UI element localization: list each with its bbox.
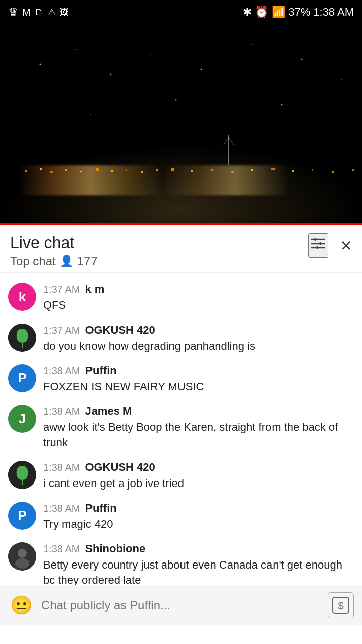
- chat-title: Live chat: [10, 233, 352, 252]
- svg-rect-26: [272, 168, 275, 170]
- avatar: k: [8, 283, 36, 311]
- message-username: Shinobione: [85, 542, 145, 555]
- svg-point-50: [15, 558, 29, 569]
- chat-controls: ✕: [308, 233, 352, 258]
- svg-point-0: [40, 64, 41, 65]
- emoji-button[interactable]: 😐: [8, 592, 34, 618]
- night-sky: [0, 24, 362, 225]
- chat-panel: Live chat Top chat 👤 177 ✕ k: [0, 225, 362, 625]
- svg-rect-15: [80, 171, 82, 172]
- top-chat-label: Top chat: [10, 254, 56, 268]
- svg-point-7: [341, 79, 342, 80]
- video-area[interactable]: [0, 24, 362, 225]
- person-icon: 👤: [60, 255, 73, 268]
- chat-message: k 1:37 AM k m QFS: [0, 278, 362, 318]
- message-username: k m: [85, 283, 104, 296]
- message-body: 1:38 AM James M aww look it's Betty Boop…: [43, 405, 354, 451]
- dollar-icon: $: [332, 596, 350, 614]
- avatar: [8, 324, 36, 352]
- message-meta: 1:38 AM Puffin: [43, 364, 354, 377]
- leaf-avatar: [8, 324, 36, 352]
- message-body: 1:38 AM OGKUSH 420 i cant even get a job…: [43, 461, 354, 492]
- message-time: 1:38 AM: [43, 365, 80, 377]
- message-body: 1:38 AM Shinobione Betty every country j…: [43, 542, 354, 585]
- svg-rect-21: [171, 168, 174, 171]
- message-time: 1:37 AM: [43, 325, 80, 336]
- crown-icon: ♛: [8, 6, 18, 19]
- message-username: Puffin: [85, 502, 116, 515]
- svg-rect-16: [96, 168, 99, 171]
- adjust-icon[interactable]: [308, 233, 328, 258]
- message-text: QFS: [43, 298, 354, 313]
- svg-rect-23: [211, 169, 213, 171]
- emoji-icon: 😐: [10, 595, 33, 616]
- svg-point-49: [18, 549, 27, 558]
- avatar: P: [8, 364, 36, 392]
- chat-messages: k 1:37 AM k m QFS: [0, 273, 362, 585]
- super-chat-button[interactable]: $: [328, 592, 354, 618]
- message-time: 1:38 AM: [43, 462, 80, 473]
- svg-rect-11: [25, 170, 27, 172]
- message-username: Puffin: [85, 364, 116, 377]
- chat-input-bar: 😐 $: [0, 585, 362, 625]
- message-meta: 1:37 AM OGKUSH 420: [43, 324, 354, 337]
- svg-point-3: [150, 54, 151, 55]
- time-display: 1:38 AM: [313, 6, 354, 19]
- leaf-avatar: [8, 461, 36, 489]
- svg-point-9: [90, 114, 91, 115]
- viewer-count: 177: [77, 254, 98, 268]
- chat-message: 1:38 AM OGKUSH 420 i cant even get a job…: [0, 456, 362, 497]
- message-time: 1:37 AM: [43, 284, 80, 295]
- svg-line-32: [224, 137, 229, 145]
- chat-header: Live chat Top chat 👤 177 ✕: [0, 225, 362, 273]
- message-meta: 1:38 AM Puffin: [43, 502, 354, 515]
- svg-text:$: $: [338, 600, 343, 611]
- svg-point-10: [281, 104, 283, 106]
- close-icon[interactable]: ✕: [340, 237, 352, 254]
- chat-sub: Top chat 👤 177: [10, 254, 352, 268]
- svg-rect-29: [332, 171, 334, 173]
- avatar: [8, 461, 36, 489]
- message-username: OGKUSH 420: [85, 461, 155, 474]
- message-username: James M: [85, 405, 132, 418]
- m-icon: M: [22, 7, 31, 18]
- status-left: ♛ M 🗋 ⚠ 🖼: [8, 6, 69, 19]
- svg-rect-20: [156, 169, 158, 171]
- svg-point-8: [175, 99, 177, 101]
- message-body: 1:37 AM OGKUSH 420 do you know how degra…: [43, 324, 354, 354]
- chat-input[interactable]: [41, 598, 321, 612]
- avatar: J: [8, 405, 36, 433]
- message-body: 1:37 AM k m QFS: [43, 283, 354, 313]
- message-text: do you know how degrading panhandling is: [43, 339, 354, 354]
- warning-icon: ⚠: [48, 7, 56, 18]
- message-meta: 1:37 AM k m: [43, 283, 354, 296]
- chat-message: J 1:38 AM James M aww look it's Betty Bo…: [0, 399, 362, 456]
- svg-rect-19: [141, 171, 143, 173]
- svg-rect-30: [352, 169, 354, 171]
- svg-point-4: [201, 69, 202, 70]
- chat-message: P 1:38 AM Puffin FOXZEN IS NEW FAIRY MUS…: [0, 359, 362, 400]
- svg-rect-12: [40, 168, 42, 170]
- avatar: [8, 542, 36, 571]
- message-text: i cant even get a job ive tried: [43, 476, 354, 492]
- svg-point-1: [75, 49, 76, 50]
- status-bar: ♛ M 🗋 ⚠ 🖼 ✱ ⏰ 📶 37% 1:38 AM: [0, 0, 362, 24]
- chat-message: 1:37 AM OGKUSH 420 do you know how degra…: [0, 318, 362, 359]
- shinobione-avatar: [8, 542, 36, 571]
- message-text: Betty every country just about even Cana…: [43, 557, 354, 585]
- svg-point-6: [301, 59, 303, 60]
- message-time: 1:38 AM: [43, 406, 80, 417]
- svg-rect-27: [292, 170, 294, 172]
- svg-rect-18: [126, 169, 127, 171]
- message-meta: 1:38 AM Shinobione: [43, 542, 354, 555]
- clock-icon: ⏰: [255, 6, 268, 19]
- battery-text: 37%: [288, 6, 310, 19]
- message-body: 1:38 AM Puffin FOXZEN IS NEW FAIRY MUSIC: [43, 364, 354, 395]
- svg-rect-22: [191, 170, 193, 172]
- message-body: 1:38 AM Puffin Try magic 420: [43, 502, 354, 532]
- message-meta: 1:38 AM OGKUSH 420: [43, 461, 354, 474]
- chat-message: 1:38 AM Shinobione Betty every country j…: [0, 537, 362, 585]
- image-icon: 🖼: [60, 7, 69, 18]
- svg-line-33: [229, 137, 234, 145]
- chat-message: P 1:38 AM Puffin Try magic 420: [0, 497, 362, 537]
